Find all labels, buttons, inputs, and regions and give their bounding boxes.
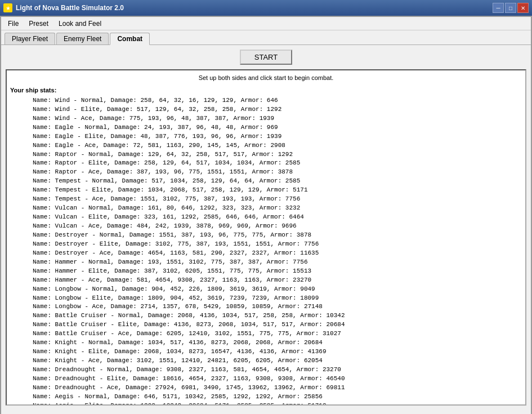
content-area: START Set up both sides and click start … [1, 45, 531, 414]
list-item: Name: Eagle - Ace, Damage: 72, 581, 1163… [33, 141, 522, 150]
list-item: Name: Destroyer - Elite, Damage: 3102, 7… [33, 240, 522, 249]
tab-combat[interactable]: Combat [110, 33, 150, 45]
list-item: Name: Longbow - Ace, Damage: 2714, 1357,… [33, 302, 522, 311]
list-item: Name: Battle Cruiser - Elite, Damage: 41… [33, 320, 522, 330]
list-item: Name: Hammer - Normal, Damage: 193, 1551… [33, 258, 522, 267]
list-item: Name: Knight - Normal, Damage: 1034, 517… [33, 339, 522, 348]
start-button[interactable]: START [240, 50, 292, 65]
start-button-row: START [6, 50, 526, 65]
tab-player-fleet[interactable]: Player Fleet [5, 33, 55, 44]
list-item: Name: Dreadnought - Elite, Damage: 18616… [33, 375, 522, 384]
menu-bar: FilePresetLook and Feel [1, 17, 531, 30]
maximize-button[interactable]: □ [505, 3, 516, 13]
window-title: Light of Nova Battle Simulator 2.0 [16, 4, 124, 12]
list-item: Name: Tempest - Elite, Damage: 1034, 206… [33, 186, 522, 195]
list-item: Name: Vulcan - Elite, Damage: 323, 161, … [33, 213, 522, 222]
list-item: Name: Knight - Ace, Damage: 3102, 1551, … [33, 357, 522, 366]
list-item: Name: Dreadnought - Normal, Damage: 9308… [33, 366, 522, 375]
tabs-bar: Player FleetEnemy FleetCombat [1, 30, 531, 45]
list-item: Name: Aegis - Normal, Damage: 646, 5171,… [33, 393, 522, 402]
menu-item-file[interactable]: File [3, 19, 23, 29]
list-item: Name: Raptor - Ace, Damage: 387, 193, 96… [33, 168, 522, 177]
list-item: Name: Destroyer - Ace, Damage: 4654, 116… [33, 249, 522, 258]
list-item: Name: Knight - Elite, Damage: 2068, 1034… [33, 348, 522, 357]
list-item: Name: Eagle - Normal, Damage: 24, 193, 3… [33, 123, 522, 132]
list-item: Name: Vulcan - Ace, Damage: 484, 242, 19… [33, 222, 522, 231]
list-item: Name: Battle Cruiser - Ace, Damage: 6205… [33, 330, 522, 339]
list-item: Name: Wind - Elite, Damage: 517, 129, 64… [33, 105, 522, 114]
list-item: Name: Raptor - Normal, Damage: 129, 64, … [33, 150, 522, 159]
close-button[interactable]: ✕ [517, 3, 529, 13]
window-frame: FilePresetLook and Feel Player FleetEnem… [0, 16, 532, 414]
list-item: Name: Longbow - Normal, Damage: 904, 452… [33, 285, 522, 294]
list-item: Name: Raptor - Elite, Damage: 258, 129, … [33, 159, 522, 168]
title-bar: ★ Light of Nova Battle Simulator 2.0 ─ □… [0, 0, 532, 16]
list-item: Name: Wind - Ace, Damage: 775, 193, 96, … [33, 114, 522, 123]
ship-stats-label: Your ship stats: [10, 86, 522, 95]
list-item: Name: Dreadnought - Ace, Damage: 27924, … [33, 384, 522, 393]
list-item: Name: Battle Cruiser - Normal, Damage: 2… [33, 311, 522, 320]
window-controls: ─ □ ✕ [493, 3, 529, 13]
list-item: Name: Aegis - Elite, Damage: 1292, 10342… [33, 402, 522, 406]
minimize-button[interactable]: ─ [493, 3, 504, 13]
tab-enemy-fleet[interactable]: Enemy Fleet [56, 33, 109, 44]
list-item: Name: Longbow - Elite, Damage: 1809, 904… [33, 294, 522, 303]
menu-item-preset[interactable]: Preset [24, 19, 53, 29]
output-box[interactable]: Set up both sides and click start to beg… [6, 69, 526, 406]
menu-item-look-and-feel[interactable]: Look and Feel [54, 19, 106, 29]
output-header: Set up both sides and click start to beg… [10, 74, 522, 83]
list-item: Name: Tempest - Normal, Damage: 517, 103… [33, 177, 522, 186]
list-item: Name: Hammer - Elite, Damage: 387, 3102,… [33, 267, 522, 276]
list-item: Name: Tempest - Ace, Damage: 1551, 3102,… [33, 195, 522, 204]
list-item: Name: Destroyer - Normal, Damage: 1551, … [33, 231, 522, 240]
app-icon: ★ [3, 3, 12, 12]
list-item: Name: Hammer - Ace, Damage: 581, 4654, 9… [33, 276, 522, 285]
list-item: Name: Wind - Normal, Damage: 258, 64, 32… [33, 96, 522, 105]
ship-lines-container: Name: Wind - Normal, Damage: 258, 64, 32… [10, 96, 522, 406]
list-item: Name: Vulcan - Normal, Damage: 161, 80, … [33, 204, 522, 213]
list-item: Name: Eagle - Elite, Damage: 48, 387, 77… [33, 132, 522, 141]
